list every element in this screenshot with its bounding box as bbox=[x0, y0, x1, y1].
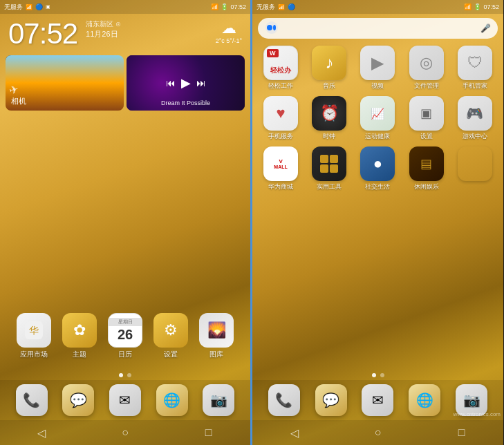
right-dock-browser-icon[interactable]: 🌐 bbox=[409, 384, 440, 416]
right-back-button[interactable]: ◁ bbox=[284, 424, 305, 441]
app-theme[interactable]: ✿ 主题 bbox=[59, 313, 100, 359]
dock-camera[interactable]: 📷 bbox=[203, 384, 234, 416]
app-guard-icon[interactable]: 🛡 bbox=[458, 46, 492, 80]
right-time: 07:52 bbox=[483, 3, 499, 10]
app-tools-icon[interactable] bbox=[312, 146, 346, 181]
right-dot-2 bbox=[380, 373, 384, 377]
play-icon[interactable]: ▶ bbox=[181, 75, 191, 91]
left-back-button[interactable]: ◁ bbox=[31, 424, 52, 441]
left-icon1: 🔵 bbox=[35, 3, 43, 10]
app-health[interactable]: 📈 运动健康 bbox=[355, 96, 400, 141]
right-page-dots bbox=[252, 370, 503, 380]
app-market-icon[interactable]: 华 bbox=[17, 313, 51, 348]
dock-message[interactable]: 💬 bbox=[62, 384, 94, 416]
svg-rect-7 bbox=[320, 164, 328, 173]
app-calendar-icon[interactable]: 星期日 26 bbox=[108, 313, 142, 348]
app-calendar[interactable]: 星期日 26 日历 bbox=[105, 313, 145, 359]
left-home-button[interactable]: ○ bbox=[115, 424, 136, 441]
left-battery-icon: 🔋 bbox=[221, 3, 228, 10]
app-social[interactable]: ● 社交生活 bbox=[355, 146, 400, 191]
mic-icon[interactable]: 🎤 bbox=[480, 23, 491, 33]
app-social-label: 社交生活 bbox=[365, 182, 390, 191]
dock-browser[interactable]: 🌐 bbox=[156, 384, 188, 416]
right-dock-message-icon[interactable]: 💬 bbox=[315, 384, 347, 416]
app-settings2[interactable]: ▣ 设置 bbox=[404, 96, 449, 141]
right-status-bar: 无服务 📶 🔵 📶 🔋 07:52 bbox=[252, 0, 503, 14]
left-recents-button[interactable]: □ bbox=[198, 424, 219, 441]
app-vmall-icon[interactable]: V MALL bbox=[263, 146, 298, 181]
app-gallery-icon[interactable]: 🌄 bbox=[199, 313, 234, 348]
svg-text:华: 华 bbox=[29, 325, 39, 336]
app-files-icon[interactable]: ◎ bbox=[409, 46, 444, 80]
right-app-grid: W 轻松办 轻松工作 ♪ 音乐 ▶ 视频 ◎ 文件管理 🛡 bbox=[252, 43, 503, 194]
app-social-icon[interactable]: ● bbox=[360, 146, 395, 181]
app-gallery[interactable]: 🌄 图库 bbox=[196, 313, 236, 359]
dot-2 bbox=[127, 373, 131, 377]
app-vmall[interactable]: V MALL 华为商城 bbox=[258, 146, 304, 191]
app-tools[interactable]: 实用工具 bbox=[306, 146, 352, 191]
music-widget[interactable]: ⏮ ▶ ⏭ Dream It Possible bbox=[127, 55, 245, 111]
right-status-right: 📶 🔋 07:52 bbox=[464, 3, 499, 10]
app-game-center[interactable]: 🎮 游戏中心 bbox=[452, 96, 498, 141]
left-icon2: ▣ bbox=[46, 4, 50, 10]
svg-rect-6 bbox=[330, 155, 338, 163]
app-market[interactable]: 华 应用市场 bbox=[14, 313, 54, 359]
dot-1 bbox=[119, 373, 123, 377]
right-wifi-icon: 📶 bbox=[464, 3, 472, 10]
app-phone-service[interactable]: ♥ 手机服务 bbox=[258, 96, 304, 141]
left-nav-bar: ◁ ○ □ bbox=[0, 420, 250, 445]
app-easy-work-icon[interactable]: W 轻松办 bbox=[263, 46, 298, 80]
app-phone-service-icon[interactable]: ♥ bbox=[263, 96, 298, 131]
app-tools-label: 实用工具 bbox=[317, 182, 342, 191]
dock-browser-icon[interactable]: 🌐 bbox=[156, 384, 188, 416]
app-music[interactable]: ♪ 音乐 bbox=[306, 46, 352, 91]
app-empty bbox=[452, 146, 498, 191]
app-guard-label: 手机管家 bbox=[463, 82, 487, 91]
app-game-center-icon[interactable]: 🎮 bbox=[458, 96, 492, 131]
dock-email[interactable]: ✉ bbox=[109, 384, 141, 416]
dock-message-icon[interactable]: 💬 bbox=[62, 384, 94, 416]
app-guard[interactable]: 🛡 手机管家 bbox=[452, 46, 498, 91]
right-dock-message[interactable]: 💬 bbox=[315, 384, 347, 416]
app-settings[interactable]: ⚙ 设置 bbox=[151, 313, 191, 359]
app-files[interactable]: ◎ 文件管理 bbox=[404, 46, 449, 91]
dock-camera-icon[interactable]: 📷 bbox=[203, 384, 234, 416]
right-recents-button[interactable]: □ bbox=[451, 424, 472, 441]
dock-email-icon[interactable]: ✉ bbox=[109, 384, 141, 416]
right-home-button[interactable]: ○ bbox=[368, 424, 389, 441]
left-status-left: 无服务 📶 🔵 ▣ bbox=[4, 3, 50, 12]
app-music-icon[interactable]: ♪ bbox=[312, 46, 346, 80]
right-dock-email[interactable]: ✉ bbox=[362, 384, 393, 416]
right-spacer bbox=[252, 194, 503, 370]
app-clock[interactable]: ⏰ 时钟 bbox=[306, 96, 352, 141]
song-title: Dream It Possible bbox=[127, 100, 245, 106]
next-icon[interactable]: ⏭ bbox=[196, 77, 206, 88]
app-clock-icon[interactable]: ⏰ bbox=[312, 96, 346, 131]
search-bar[interactable]: 🎤 bbox=[258, 18, 498, 39]
left-content-area: 07:52 浦东新区 ⊙ 11月26日 ☁ 2°c 5°/-1° ✈ 相机 bbox=[0, 14, 250, 445]
app-health-icon[interactable]: 📈 bbox=[360, 96, 395, 131]
app-entertainment[interactable]: ▤ 休闲娱乐 bbox=[404, 146, 449, 191]
app-gallery-label: 图库 bbox=[209, 350, 223, 359]
app-settings2-icon[interactable]: ▣ bbox=[409, 96, 444, 131]
app-video-icon[interactable]: ▶ bbox=[360, 46, 395, 80]
app-easy-work[interactable]: W 轻松办 轻松工作 bbox=[258, 46, 304, 91]
app-settings-icon[interactable]: ⚙ bbox=[153, 313, 188, 348]
app-video[interactable]: ▶ 视频 bbox=[355, 46, 400, 91]
right-nav-bar: ◁ ○ □ bbox=[252, 420, 503, 445]
camera-widget[interactable]: ✈ 相机 bbox=[6, 55, 124, 111]
app-theme-label: 主题 bbox=[73, 350, 86, 359]
right-dock-browser[interactable]: 🌐 bbox=[409, 384, 440, 416]
right-dock-phone-icon[interactable]: 📞 bbox=[268, 384, 300, 416]
app-settings2-label: 设置 bbox=[420, 132, 433, 141]
right-dock-email-icon[interactable]: ✉ bbox=[362, 384, 393, 416]
app-theme-icon[interactable]: ✿ bbox=[62, 313, 97, 348]
camera-label: 相机 bbox=[11, 96, 26, 106]
right-dock-phone[interactable]: 📞 bbox=[268, 384, 300, 416]
prev-icon[interactable]: ⏮ bbox=[166, 77, 176, 88]
dock-phone-icon[interactable]: 📞 bbox=[16, 384, 48, 416]
app-clock-label: 时钟 bbox=[323, 132, 335, 141]
app-entertainment-icon[interactable]: ▤ bbox=[409, 146, 444, 181]
dock-phone[interactable]: 📞 bbox=[16, 384, 48, 416]
right-carrier: 无服务 bbox=[256, 3, 275, 12]
